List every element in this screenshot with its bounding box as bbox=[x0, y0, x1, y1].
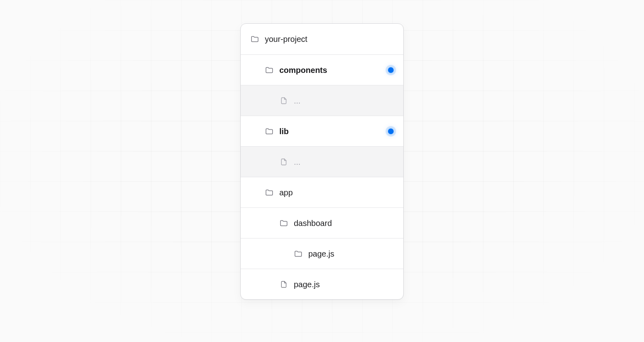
folder-icon bbox=[294, 249, 303, 258]
row-components[interactable]: components bbox=[241, 54, 403, 85]
status-dot bbox=[388, 129, 394, 134]
row-label: your-project bbox=[265, 35, 308, 43]
folder-icon bbox=[265, 188, 274, 197]
row-app[interactable]: app bbox=[241, 177, 403, 207]
status-dot bbox=[388, 67, 394, 73]
row-label: ... bbox=[294, 158, 301, 166]
row-lib-x[interactable]: ... bbox=[241, 146, 403, 177]
folder-icon bbox=[265, 66, 274, 75]
file-icon bbox=[279, 158, 288, 166]
file-tree-card: your-project components ... bbox=[240, 23, 404, 300]
row-lib[interactable]: lib bbox=[241, 116, 403, 146]
row-root[interactable]: your-project bbox=[241, 24, 403, 54]
folder-icon bbox=[265, 127, 274, 136]
row-label: components bbox=[279, 66, 327, 74]
row-label: ... bbox=[294, 97, 301, 105]
file-icon bbox=[279, 280, 288, 289]
folder-icon bbox=[279, 219, 288, 228]
row-components-x[interactable]: ... bbox=[241, 85, 403, 116]
row-app-page[interactable]: page.js bbox=[241, 269, 403, 299]
folder-icon bbox=[250, 35, 259, 44]
row-label: lib bbox=[279, 127, 289, 135]
row-label: page.js bbox=[308, 250, 334, 258]
row-label: dashboard bbox=[294, 219, 332, 227]
file-icon bbox=[279, 96, 288, 105]
row-label: app bbox=[279, 189, 293, 197]
row-dashboard[interactable]: dashboard bbox=[241, 207, 403, 238]
row-dash-page[interactable]: page.js bbox=[241, 238, 403, 269]
row-label: page.js bbox=[294, 280, 320, 288]
stage: your-project components ... bbox=[0, 0, 644, 342]
